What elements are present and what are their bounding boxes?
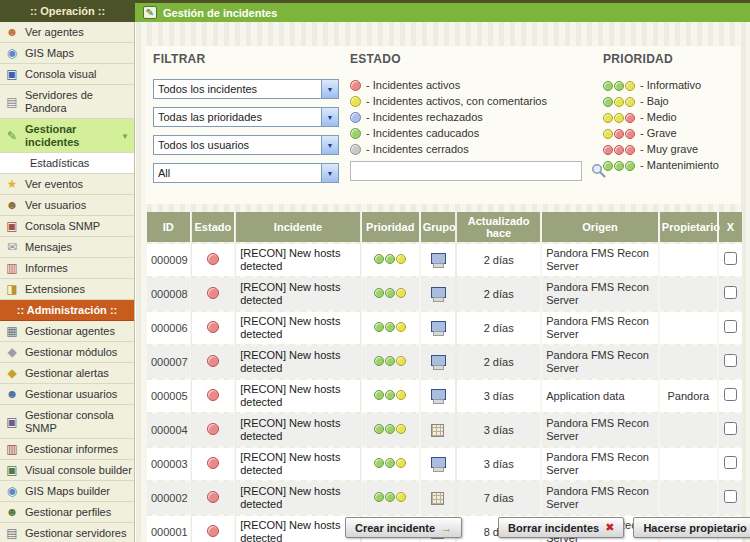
group-icon [430,355,445,369]
table-row: 000009 [RECON] New hosts detected 2 días… [147,244,742,276]
row-select-checkbox[interactable] [724,354,737,367]
priority-dot [396,254,406,264]
search-input[interactable] [350,161,582,181]
priority-dot [603,81,613,91]
table-row: 000004 [RECON] New hosts detected 3 días… [147,414,742,446]
sidebar-item-label: GIS Maps builder [25,485,132,498]
incident-title-link[interactable]: [RECON] New hosts detected [240,451,340,476]
row-select-checkbox[interactable] [724,320,737,333]
sidebar-item-gestionar-servidores[interactable]: ▤ Gestionar servidores [0,523,134,542]
sidebar-item-extensiones[interactable]: ◨ Extensiones [0,279,134,300]
incident-title-link[interactable]: [RECON] New hosts detected [240,485,340,510]
incident-title-link[interactable]: [RECON] New hosts detected [240,417,340,442]
sidebar-item-gestionar-usuarios[interactable]: ☻ Gestionar usuarios [0,384,134,405]
sidebar-item-gestionar-consola-snmp[interactable]: ▣ Gestionar consola SNMP [0,405,134,439]
row-select-checkbox[interactable] [724,252,737,265]
sidebar-item-gestionar-modulos[interactable]: ◆ Gestionar módulos [0,342,134,363]
user-select[interactable]: Todos los usuarios ▼ [153,135,339,155]
updated-ago: 2 días [457,346,540,378]
incident-origin: Application data [542,380,658,412]
sidebar-item-label: Consola SNMP [25,220,132,233]
row-select-checkbox[interactable] [724,456,737,469]
row-select-checkbox[interactable] [724,422,737,435]
sidebar-item-consola-snmp[interactable]: ▣ Consola SNMP [0,216,134,237]
sidebar-item-gestionar-agentes[interactable]: ▦ Gestionar agentes [0,321,134,342]
sidebar-item-ver-usuarios[interactable]: ☻ Ver usuarios [0,195,134,216]
incident-title-link[interactable]: [RECON] New hosts detected [240,247,340,272]
priority-dot [396,492,406,502]
priority-dot [603,145,613,155]
priority-dot [614,81,624,91]
create-incident-label: Crear incidente [355,522,435,534]
sidebar-item-estadisticas[interactable]: Estadísticas [0,153,134,174]
sidebar-item-gestionar-incidentes[interactable]: ✎ Gestionar incidentes ▼ [0,119,134,153]
incident-owner [660,244,717,276]
sidebar-item-label: Visual console builder [25,464,132,477]
priority-indicator [374,322,406,332]
incident-origin: Pandora FMS Recon Server [542,244,658,276]
legend-label: - Mantenimiento [640,159,719,172]
legend-label: - Informativo [640,79,701,92]
dropdown-arrow-icon: ▼ [321,164,338,182]
priority-dot [374,288,384,298]
incidents-icon: ✎ [4,130,20,143]
row-select-checkbox[interactable] [724,388,737,401]
priority-dot [625,97,635,107]
sidebar-item-ver-eventos[interactable]: ★ Ver eventos [0,174,134,195]
sidebar-item-gestionar-alertas[interactable]: ◆ Gestionar alertas [0,363,134,384]
priority-serious-icon [603,129,635,139]
priority-dot [385,424,395,434]
row-select-checkbox[interactable] [724,286,737,299]
incident-title-link[interactable]: [RECON] New hosts detected [240,315,340,340]
status-icon [207,355,219,367]
create-incident-button[interactable]: Crear incidente → [345,517,462,538]
priority-dot [396,458,406,468]
priority-indicator [374,356,406,366]
incident-title-link[interactable]: [RECON] New hosts detected [240,519,340,542]
incident-type-select[interactable]: Todos los incidentes ▼ [153,79,339,99]
incident-owner [660,312,717,344]
chevron-down-icon: ▼ [121,130,129,143]
sidebar-item-mensajes[interactable]: ✉ Mensajes [0,237,134,258]
status-commented-icon [350,96,361,107]
sidebar-item-label: Mensajes [25,241,132,254]
manage-servers-icon: ▤ [4,527,20,540]
incident-title-link[interactable]: [RECON] New hosts detected [240,281,340,306]
incident-origin: Pandora FMS Recon Server [542,414,658,446]
sidebar-item-consola-visual[interactable]: ▣ Consola visual [0,64,134,85]
sidebar-item-ver-agentes[interactable]: ☻ Ver agentes [0,22,134,43]
sidebar-item-informes[interactable]: ▥ Informes [0,258,134,279]
delete-incidents-button[interactable]: Borrar incidentes ✖ [498,517,624,538]
incident-id: 000008 [147,278,190,310]
priority-dot [374,424,384,434]
priority-indicator [374,492,406,502]
star-icon: ★ [4,178,20,191]
incident-owner [660,482,717,514]
priority-select[interactable]: Todas las prioridades ▼ [153,107,339,127]
sidebar-item-label: Gestionar servidores [25,527,132,540]
priority-dot [603,97,613,107]
incident-title-link[interactable]: [RECON] New hosts detected [240,349,340,374]
sidebar-item-visual-console-builder[interactable]: ▣ Visual console builder [0,460,134,481]
row-select-checkbox[interactable] [724,490,737,503]
sidebar-item-servidores[interactable]: ▤ Servidores de Pandora [0,85,134,119]
become-owner-button[interactable]: Hacerse propietario ↻ [633,517,750,538]
updated-ago: 2 días [457,244,540,276]
sidebar-item-gis-maps-builder[interactable]: ◉ GIS Maps builder [0,481,134,502]
priority-indicator [374,458,406,468]
status-icon [207,321,219,333]
sidebar-item-gestionar-informes[interactable]: ▥ Gestionar informes [0,439,134,460]
priority-dot [374,254,384,264]
search-icon[interactable] [591,163,607,179]
sidebar-item-gestionar-perfiles[interactable]: ☻ Gestionar perfiles [0,502,134,523]
priority-indicator [374,254,406,264]
visual-console-icon: ▣ [4,464,20,477]
group-select[interactable]: All ▼ [153,163,339,183]
status-legend-item: - Incidentes cerrados [350,143,600,156]
legend-label: - Incidentes activos, con comentarios [366,95,547,108]
status-closed-icon [350,144,361,155]
table-row: 000005 [RECON] New hosts detected 3 días… [147,380,742,412]
sidebar-item-gis-maps[interactable]: ◉ GIS Maps [0,43,134,64]
sidebar-item-label: Estadísticas [30,157,132,170]
incident-title-link[interactable]: [RECON] New hosts detected [240,383,340,408]
